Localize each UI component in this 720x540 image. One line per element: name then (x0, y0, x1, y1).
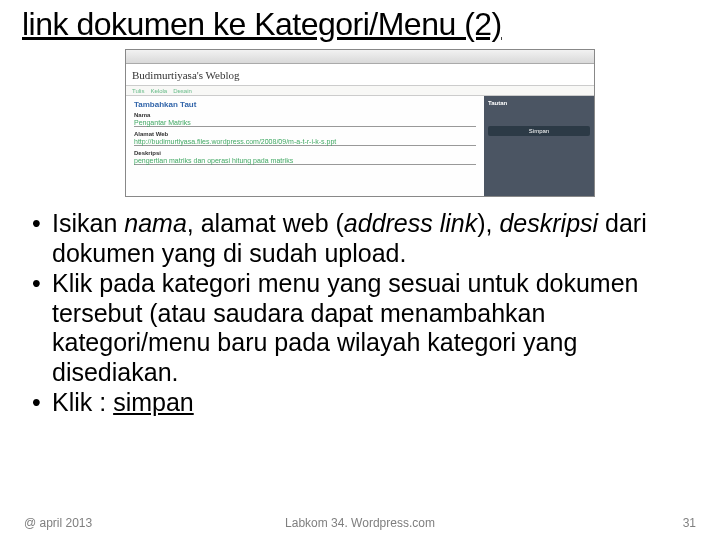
text-italic: address link (344, 209, 477, 237)
text-italic: deskripsi (499, 209, 598, 237)
text: Klik : (52, 388, 113, 416)
footer-center: Labkom 34. Wordpress.com (0, 516, 720, 530)
tab: Tulis (132, 88, 144, 94)
bullet-list: Isikan nama, alamat web (address link), … (0, 205, 720, 418)
form-sidebar: Tautan Simpan (484, 96, 594, 196)
browser-toolbar (126, 50, 594, 64)
tab: Kelola (150, 88, 167, 94)
slide-title: link dokumen ke Kategori/Menu (2) (0, 0, 720, 45)
blog-title: Budimurtiyasa's Weblog (132, 69, 240, 81)
text-underline: simpan (113, 388, 194, 416)
screenshot: Budimurtiyasa's Weblog Tulis Kelola Desa… (125, 49, 595, 197)
text: ), (477, 209, 499, 237)
footer-page-number: 31 (683, 516, 696, 530)
footer: @ april 2013 Labkom 34. Wordpress.com 31 (0, 516, 720, 530)
save-button[interactable]: Simpan (488, 126, 590, 136)
blog-header: Budimurtiyasa's Weblog (126, 64, 594, 86)
text: , alamat web ( (187, 209, 344, 237)
form-main: Tambahkan Taut Nama Pengantar Matriks Al… (126, 96, 484, 196)
input-deskripsi[interactable]: pengertian matriks dan operasi hitung pa… (134, 156, 476, 165)
sidebar-title: Tautan (488, 100, 590, 106)
form-section-title: Tambahkan Taut (134, 100, 476, 109)
bullet-item-1: Isikan nama, alamat web (address link), … (52, 209, 690, 268)
input-alamat[interactable]: http://budimurtiyasa.files.wordpress.com… (134, 137, 476, 146)
admin-tabs: Tulis Kelola Desain (126, 86, 594, 96)
text: Isikan (52, 209, 124, 237)
tab: Desain (173, 88, 192, 94)
text-italic: nama (124, 209, 187, 237)
footer-left: @ april 2013 (24, 516, 92, 530)
bullet-item-3: Klik : simpan (52, 388, 690, 418)
input-nama[interactable]: Pengantar Matriks (134, 118, 476, 127)
bullet-item-2: Klik pada kategori menu yang sesuai untu… (52, 269, 690, 387)
